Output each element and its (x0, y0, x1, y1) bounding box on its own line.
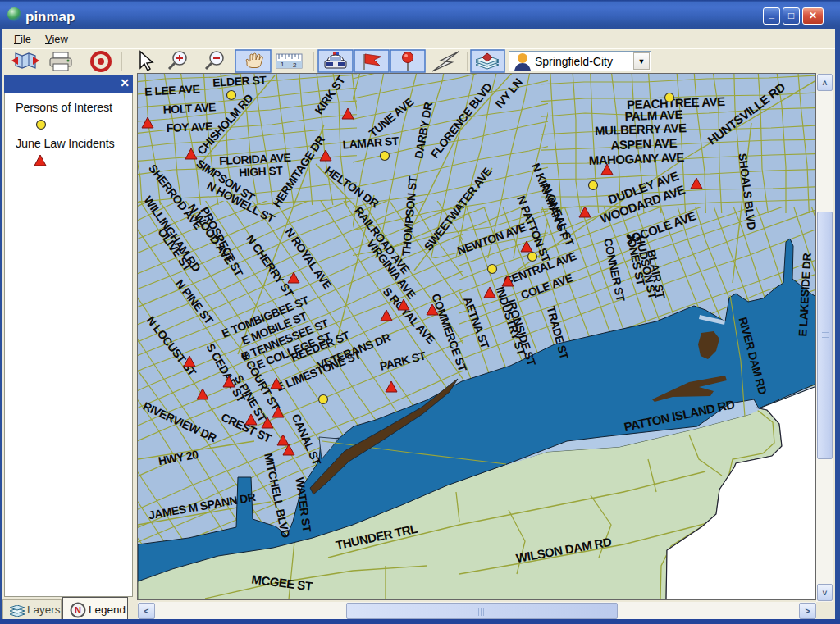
svg-text:ASPEN AVE: ASPEN AVE (610, 136, 678, 153)
svg-text:HOLT AVE: HOLT AVE (162, 100, 216, 116)
svg-text:N: N (75, 605, 81, 615)
svg-text:1: 1 (281, 61, 285, 68)
svg-text:FOY AVE: FOY AVE (166, 120, 212, 134)
svg-text:2: 2 (293, 61, 297, 69)
svg-text:HIGH ST: HIGH ST (239, 164, 284, 180)
